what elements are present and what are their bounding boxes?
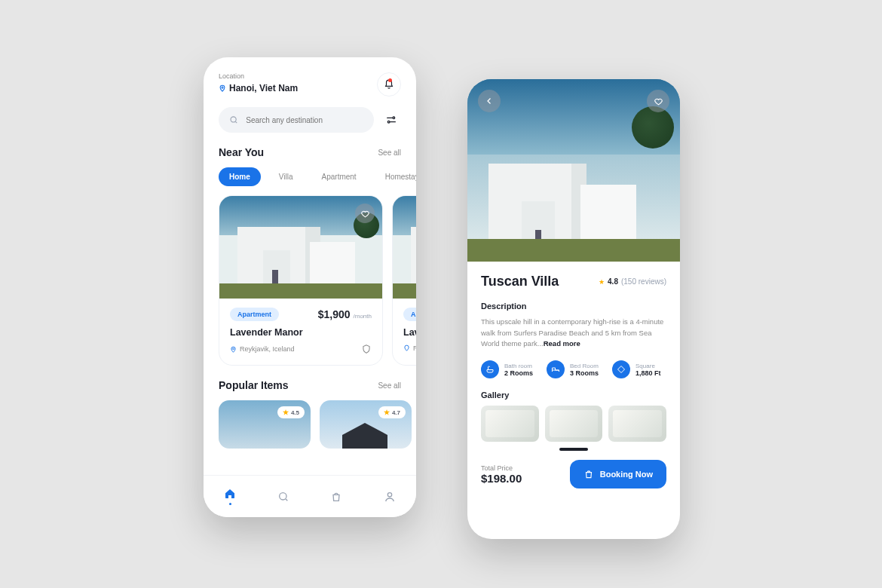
search-input[interactable]: [246, 116, 363, 124]
favorite-button[interactable]: [355, 204, 375, 223]
bath-icon: [481, 360, 499, 378]
gallery-label: Gallery: [481, 390, 666, 400]
pin-icon: [230, 345, 237, 354]
hero-image: [467, 79, 680, 262]
tab-home[interactable]: Home: [219, 167, 261, 186]
listing-title: Tuscan Villa: [481, 274, 559, 289]
heart-icon: [654, 96, 663, 106]
svg-point-5: [279, 492, 286, 499]
tab-villa[interactable]: Villa: [268, 167, 304, 186]
gallery-thumb[interactable]: [545, 406, 603, 442]
total-price: Total Price $198.00: [481, 464, 522, 485]
area-icon: [612, 360, 630, 378]
location-value: Hanoi, Viet Nam: [229, 83, 298, 93]
read-more-link[interactable]: Read more: [544, 339, 580, 348]
location-label: Location: [219, 72, 298, 80]
listing-image: [393, 196, 416, 299]
bottom-nav: [204, 475, 416, 517]
location-block[interactable]: Location Hanoi, Viet Nam: [219, 72, 298, 93]
nav-bag[interactable]: [330, 491, 342, 503]
nav-home[interactable]: [224, 488, 236, 505]
near-you-see-all[interactable]: See all: [378, 149, 401, 157]
description-label: Description: [481, 302, 666, 311]
listing-card[interactable]: Apartment $1,900 /month Lavender Manor R: [219, 195, 383, 366]
amenity-bath: Bath room2 Rooms: [481, 360, 533, 378]
category-chip: Apartment: [230, 308, 279, 321]
pin-icon: [403, 344, 410, 352]
scroll-indicator: [559, 448, 588, 451]
tab-apartment[interactable]: Apartment: [311, 167, 367, 186]
listing-location: Reykjavik, Iceland: [403, 344, 416, 352]
svg-point-0: [222, 87, 223, 88]
home-icon: [224, 488, 236, 500]
user-icon: [384, 491, 396, 503]
bed-icon: [547, 360, 565, 378]
gallery-thumb[interactable]: [608, 406, 666, 442]
star-icon: ★: [599, 278, 605, 286]
shield-icon: [361, 344, 372, 354]
star-icon: ★: [384, 409, 390, 416]
popular-see-all[interactable]: See all: [378, 381, 401, 390]
heart-icon: [360, 209, 370, 219]
home-screen: Location Hanoi, Viet Nam: [204, 57, 416, 517]
bag-icon: [583, 469, 594, 479]
bag-icon: [330, 491, 342, 503]
star-icon: ★: [283, 409, 289, 416]
listing-image: [219, 196, 382, 299]
rating-badge: ★4.7: [378, 406, 406, 418]
popular-card[interactable]: ★4.5: [219, 400, 311, 449]
amenity-bed: Bed Room3 Rooms: [547, 360, 599, 378]
category-tabs: Home Villa Apartment Homestay: [204, 158, 416, 186]
sliders-icon: [385, 114, 397, 126]
favorite-button[interactable]: [647, 90, 669, 112]
listing-name: Lavender Manor: [403, 327, 416, 338]
amenity-area: Square1,880 Ft: [612, 360, 661, 378]
nav-profile[interactable]: [384, 491, 396, 503]
search-icon: [229, 115, 238, 125]
search-icon: [277, 491, 289, 503]
rating: ★ 4.8 (150 reviews): [599, 277, 666, 286]
listing-name: Lavender Manor: [230, 327, 372, 338]
svg-point-3: [387, 121, 390, 123]
near-you-title: Near You: [219, 146, 264, 158]
price: $1,900 /month: [318, 308, 372, 320]
detail-screen: Tuscan Villa ★ 4.8 (150 reviews) Descrip…: [467, 79, 680, 539]
tab-homestay[interactable]: Homestay: [375, 167, 416, 186]
pin-icon: [219, 84, 226, 93]
gallery-thumb[interactable]: [481, 406, 539, 442]
listing-location: Reykjavik, Iceland: [230, 345, 295, 354]
search-field[interactable]: [219, 107, 374, 133]
svg-point-4: [233, 348, 234, 349]
category-chip: Apartment: [403, 308, 416, 321]
svg-point-2: [393, 117, 395, 119]
listing-card[interactable]: Apartment Lavender Manor Reykjavik, Icel…: [392, 195, 416, 366]
notification-dot-icon: [388, 78, 392, 82]
description-text: This upscale hill in a contemporary high…: [481, 317, 666, 350]
back-button[interactable]: [478, 90, 501, 112]
notifications-button[interactable]: [377, 72, 401, 96]
popular-title: Popular Items: [219, 379, 289, 391]
nav-search[interactable]: [277, 491, 289, 503]
filter-button[interactable]: [381, 107, 401, 133]
svg-point-6: [387, 492, 391, 496]
book-now-button[interactable]: Booking Now: [570, 460, 666, 488]
svg-point-1: [231, 117, 236, 122]
gallery[interactable]: [481, 406, 666, 442]
chevron-left-icon: [485, 96, 494, 106]
popular-card[interactable]: ★4.7: [320, 400, 412, 449]
rating-badge: ★4.5: [277, 406, 305, 418]
